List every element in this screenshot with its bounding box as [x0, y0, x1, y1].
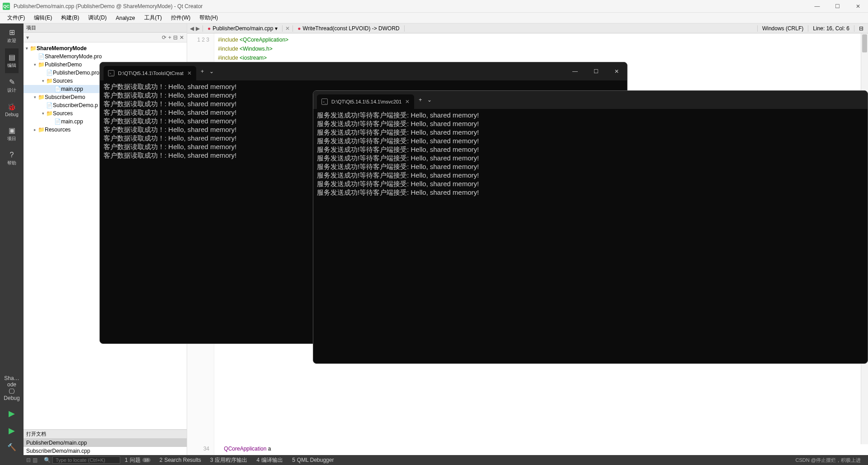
- terminal-tab[interactable]: >_ D:\QT\Qt5.14.1\5.14.1\msvc201 ✕: [317, 94, 414, 109]
- sidebar-icon: 🐞: [5, 103, 18, 111]
- close-button[interactable]: ✕: [848, 0, 868, 13]
- file-name: PublisherDemo/main.cpp: [212, 25, 273, 32]
- menu-item[interactable]: 构建(B): [57, 14, 84, 22]
- folder-icon: 📁: [38, 127, 45, 133]
- terminal-actions: + ⌄: [201, 68, 214, 75]
- tree-node[interactable]: 📄 ShareMemoryMode.pro: [24, 52, 187, 61]
- nav-fwd-icon[interactable]: ▶: [196, 25, 200, 32]
- footer-tab[interactable]: 2 Search Results: [155, 456, 206, 464]
- terminal-tab[interactable]: >_ D:\QT\Qt5.14.1\Tools\QtCreat ✕: [104, 66, 196, 80]
- sidebar-icon: ⊞: [5, 28, 18, 37]
- caret-icon[interactable]: ▾: [32, 62, 38, 67]
- open-doc-item[interactable]: PublisherDemo/main.cpp: [24, 439, 187, 447]
- menu-item[interactable]: 控件(W): [166, 14, 195, 22]
- menu-item[interactable]: 工具(T): [140, 14, 166, 22]
- tree-node[interactable]: ▾📁 ShareMemoryMode: [24, 44, 187, 52]
- file-icon: 📄: [54, 118, 61, 125]
- terminal-close[interactable]: ✕: [606, 62, 627, 80]
- split-horizontal-icon[interactable]: ⊟: [854, 25, 868, 32]
- footer-tab[interactable]: 4 编译输出: [252, 456, 288, 464]
- tree-label: Sources: [53, 78, 73, 84]
- terminal-tab-close[interactable]: ✕: [405, 99, 410, 105]
- tab-menu-icon[interactable]: ⌄: [427, 97, 432, 103]
- caret-icon[interactable]: ▾: [24, 46, 30, 51]
- terminal-window-publisher[interactable]: >_ D:\QT\Qt5.14.1\5.14.1\msvc201 ✕ + ⌄ 服…: [313, 90, 868, 364]
- tree-label: main.cpp: [61, 86, 83, 92]
- build-controls: Sha…ode 🖵 Debug ▶ ▶ 🔨: [0, 371, 24, 455]
- editor-toolbar: ◀ ▶ ● PublisherDemo/main.cpp ▾ ✕ ● Write…: [187, 23, 868, 33]
- terminal-minimize[interactable]: —: [565, 62, 585, 80]
- build-button[interactable]: 🔨: [0, 439, 24, 455]
- sidebar-item-帮助[interactable]: ?帮助: [5, 146, 18, 171]
- locator-input[interactable]: [52, 456, 120, 464]
- maximize-button[interactable]: ☐: [827, 0, 848, 13]
- panel-header: 项目: [24, 23, 187, 33]
- run-button[interactable]: ▶: [0, 405, 24, 422]
- symbol-icon: ●: [297, 25, 301, 32]
- panel-toolbar: ▾ ⟳ + ⊟ ✕: [24, 33, 187, 42]
- file-dropdown[interactable]: ● PublisherDemo/main.cpp ▾: [203, 25, 283, 32]
- panel-list-icon[interactable]: ▥: [33, 457, 38, 463]
- watermark: CSDN @停止摆烂，积极上进: [796, 457, 861, 464]
- footer-tab[interactable]: 3 应用程序输出: [206, 456, 252, 464]
- tree-label: Resources: [45, 127, 71, 133]
- terminal-titlebar[interactable]: >_ D:\QT\Qt5.14.1\5.14.1\msvc201 ✕ + ⌄: [313, 91, 868, 109]
- code-bottom[interactable]: QCoreApplication a: [214, 444, 868, 455]
- terminal-titlebar[interactable]: >_ D:\QT\Qt5.14.1\Tools\QtCreat ✕ + ⌄ — …: [100, 62, 627, 80]
- split-icon[interactable]: ⊟: [173, 34, 178, 41]
- encoding-label[interactable]: Windows (CRLF): [757, 25, 808, 32]
- footer-tab[interactable]: 1 问题 18: [120, 456, 155, 464]
- terminal-icon: >_: [321, 99, 328, 105]
- nav-arrows: ◀ ▶: [187, 25, 203, 32]
- activity-sidebar: ⊞欢迎▤编辑✎设计🐞Debug▣项目?帮助 Sha…ode 🖵 Debug ▶ …: [0, 23, 24, 455]
- terminal-tab-close[interactable]: ✕: [187, 70, 192, 76]
- cursor-position: Line: 16, Col: 6: [808, 25, 854, 32]
- menu-item[interactable]: 调试(D): [84, 14, 111, 22]
- close-panel-icon[interactable]: ✕: [179, 34, 184, 41]
- menu-item[interactable]: Analyze: [111, 15, 140, 21]
- function-dropdown[interactable]: ● WriteThread(const LPVOID) -> DWORD: [292, 25, 404, 32]
- footer-tab[interactable]: 5 QML Debugger: [288, 456, 338, 464]
- tree-label: ShareMemoryMode: [37, 45, 87, 52]
- caret-icon[interactable]: ▾: [32, 95, 38, 99]
- minimize-button[interactable]: —: [807, 0, 827, 13]
- tree-label: PublisherDemo.pro: [53, 70, 99, 76]
- terminal-tab-title: D:\QT\Qt5.14.1\Tools\QtCreat: [118, 70, 184, 76]
- file-icon: 📄: [38, 53, 45, 60]
- chevron-down-icon: ▾: [275, 25, 278, 32]
- sidebar-item-设计[interactable]: ✎设计: [5, 73, 18, 98]
- caret-icon[interactable]: ▸: [32, 127, 38, 132]
- sidebar-item-欢迎[interactable]: ⊞欢迎: [5, 23, 18, 48]
- sync-icon[interactable]: ⟳: [162, 34, 166, 41]
- caret-icon[interactable]: ▾: [40, 79, 46, 83]
- tab-menu-icon[interactable]: ⌄: [209, 68, 214, 75]
- panel-prev-icon[interactable]: ⊟: [26, 457, 31, 463]
- file-status-icon: ●: [208, 25, 211, 32]
- new-tab-button[interactable]: +: [201, 68, 204, 75]
- sidebar-item-编辑[interactable]: ▤编辑: [5, 48, 18, 73]
- file-icon: 📄: [54, 86, 61, 92]
- terminal-output[interactable]: 服务发送成功!等待客户端接受: Hello, shared memory! 服务…: [313, 109, 868, 198]
- terminal-actions: + ⌄: [419, 97, 432, 103]
- filter-icon[interactable]: ▾: [26, 34, 29, 41]
- tree-label: SubscriberDemo.p: [53, 102, 98, 108]
- sidebar-item-项目[interactable]: ▣项目: [5, 122, 18, 146]
- close-file-button[interactable]: ✕: [283, 25, 292, 32]
- kit-selector[interactable]: Sha…ode 🖵 Debug: [0, 371, 24, 405]
- add-icon[interactable]: +: [168, 34, 171, 41]
- search-icon: 🔍: [44, 457, 51, 463]
- menu-item[interactable]: 编辑(E): [29, 14, 57, 22]
- qt-creator-icon: QC: [3, 3, 10, 10]
- menu-item[interactable]: 帮助(H): [195, 14, 222, 22]
- sidebar-icon: ▤: [5, 53, 18, 61]
- caret-icon[interactable]: ▾: [40, 111, 46, 116]
- locator[interactable]: 🔍: [44, 456, 120, 464]
- open-doc-item[interactable]: SubscriberDemo/main.cpp: [24, 447, 187, 455]
- open-docs-header: 打开文档: [24, 429, 187, 439]
- debug-run-button[interactable]: ▶: [0, 422, 24, 439]
- new-tab-button[interactable]: +: [419, 97, 422, 103]
- terminal-maximize[interactable]: ☐: [585, 62, 606, 80]
- nav-back-icon[interactable]: ◀: [190, 25, 194, 32]
- menu-item[interactable]: 文件(F): [3, 14, 29, 22]
- sidebar-item-Debug[interactable]: 🐞Debug: [5, 98, 18, 122]
